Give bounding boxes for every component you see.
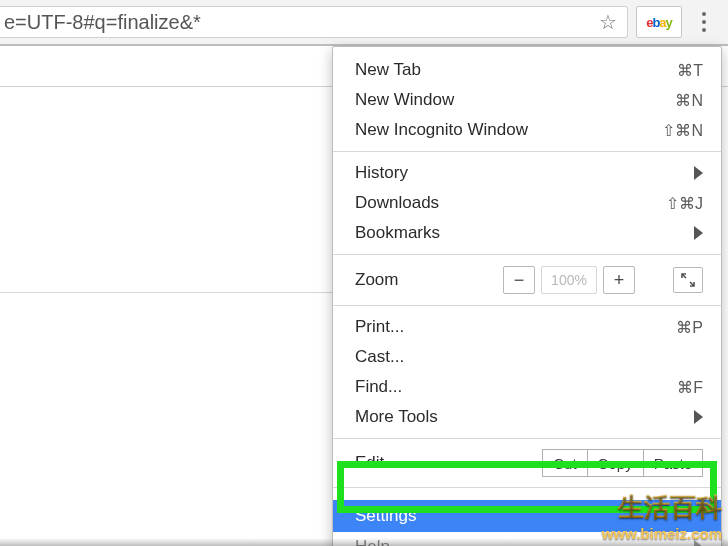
- menu-label: New Tab: [355, 60, 651, 80]
- menu-item-zoom: Zoom − 100% +: [333, 261, 721, 299]
- fullscreen-button[interactable]: [673, 267, 703, 293]
- menu-accelerator: ⇧⌘N: [651, 121, 703, 140]
- menu-label: Find...: [355, 377, 651, 397]
- edit-cut-button[interactable]: Cut: [542, 449, 587, 477]
- menu-item-new-incognito[interactable]: New Incognito Window ⇧⌘N: [333, 115, 721, 145]
- menu-item-new-tab[interactable]: New Tab ⌘T: [333, 55, 721, 85]
- menu-label: Edit: [355, 453, 542, 473]
- edit-paste-button[interactable]: Paste: [643, 449, 703, 477]
- menu-label: History: [355, 163, 694, 183]
- menu-item-find[interactable]: Find... ⌘F: [333, 372, 721, 402]
- submenu-arrow-icon: [694, 410, 703, 424]
- menu-label: Zoom: [355, 270, 503, 290]
- submenu-arrow-icon: [694, 540, 703, 546]
- zoom-out-button[interactable]: −: [503, 266, 535, 294]
- menu-label: New Incognito Window: [355, 120, 651, 140]
- menu-item-bookmarks[interactable]: Bookmarks: [333, 218, 721, 248]
- menu-label: New Window: [355, 90, 651, 110]
- menu-separator: [333, 438, 721, 439]
- bookmark-star-icon[interactable]: ☆: [597, 11, 619, 33]
- menu-item-help[interactable]: Help: [333, 532, 721, 546]
- omnibox[interactable]: e=UTF-8#q=finalize&* ☆: [0, 6, 628, 38]
- page-mid-divider: [0, 292, 332, 293]
- kebab-dot-icon: [702, 12, 706, 16]
- menu-accelerator: ⌘P: [651, 318, 703, 337]
- menu-label: More Tools: [355, 407, 694, 427]
- menu-item-more-tools[interactable]: More Tools: [333, 402, 721, 432]
- address-bar: e=UTF-8#q=finalize&* ☆ ebay: [0, 0, 728, 46]
- kebab-dot-icon: [702, 28, 706, 32]
- extension-ebay-button[interactable]: ebay: [636, 6, 682, 38]
- chrome-menu-button[interactable]: [690, 7, 718, 37]
- menu-accelerator: ⌘F: [651, 378, 703, 397]
- kebab-dot-icon: [702, 20, 706, 24]
- menu-label: Print...: [355, 317, 651, 337]
- menu-separator: [333, 487, 721, 488]
- menu-separator: [333, 305, 721, 306]
- zoom-percent: 100%: [541, 266, 597, 294]
- chrome-main-menu: New Tab ⌘T New Window ⌘N New Incognito W…: [332, 46, 722, 546]
- menu-label: Bookmarks: [355, 223, 694, 243]
- fullscreen-icon: [681, 273, 695, 287]
- menu-accelerator: ⌘T: [651, 61, 703, 80]
- zoom-in-button[interactable]: +: [603, 266, 635, 294]
- menu-separator: [333, 254, 721, 255]
- menu-label: Help: [355, 537, 694, 546]
- menu-accelerator: ⇧⌘J: [651, 194, 703, 213]
- menu-item-cast[interactable]: Cast...: [333, 342, 721, 372]
- menu-label: Cast...: [355, 347, 703, 367]
- menu-item-settings[interactable]: Settings: [333, 500, 721, 532]
- menu-item-downloads[interactable]: Downloads ⇧⌘J: [333, 188, 721, 218]
- submenu-arrow-icon: [694, 166, 703, 180]
- menu-label: Settings: [355, 506, 703, 526]
- menu-item-edit: Edit Cut Copy Paste: [333, 445, 721, 481]
- menu-separator: [333, 151, 721, 152]
- submenu-arrow-icon: [694, 226, 703, 240]
- menu-item-print[interactable]: Print... ⌘P: [333, 312, 721, 342]
- menu-label: Downloads: [355, 193, 651, 213]
- menu-accelerator: ⌘N: [651, 91, 703, 110]
- menu-item-history[interactable]: History: [333, 158, 721, 188]
- menu-item-new-window[interactable]: New Window ⌘N: [333, 85, 721, 115]
- url-text: e=UTF-8#q=finalize&*: [4, 11, 597, 34]
- edit-copy-button[interactable]: Copy: [587, 449, 644, 477]
